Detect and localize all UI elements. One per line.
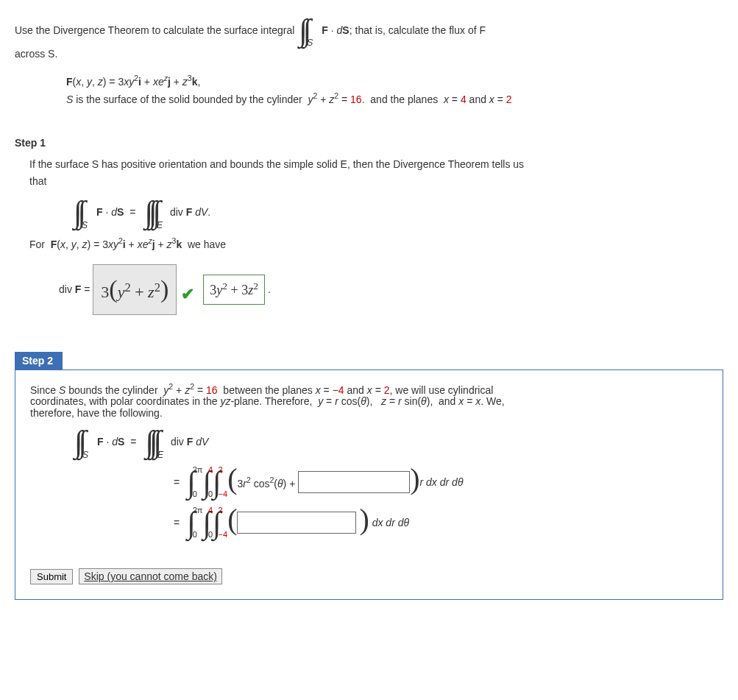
divf-label: div F = bbox=[59, 281, 93, 297]
step1-text1: If the surface S has positive orientatio… bbox=[29, 156, 723, 172]
step2-box: Since S bounds the cylinder y2 + z2 = 16… bbox=[15, 370, 723, 601]
step1-text2: that bbox=[29, 173, 723, 189]
problem-statement: Use the Divergence Theorem to calculate … bbox=[15, 15, 723, 107]
integrand1-pre: 3r2 cos2(θ) + bbox=[237, 475, 298, 489]
step1-label: Step 1 bbox=[15, 137, 723, 149]
step1-for-text: For F(x, y, z) = 3xy2i + xezj + z3k we h… bbox=[29, 235, 723, 252]
step2-plane-lo: −4 bbox=[333, 383, 344, 395]
step2-plane-hi: 2 bbox=[384, 383, 390, 395]
f-definition: F(x, y, z) = 3xy2i + xezj + z3k, bbox=[66, 72, 723, 90]
divf-answer-input[interactable]: 3(y2 + z2) bbox=[93, 264, 177, 314]
submit-button[interactable]: Submit bbox=[30, 569, 73, 584]
flux-expression: F · dS; bbox=[322, 22, 352, 38]
surface-integral-symbol: ∫∫ S bbox=[299, 15, 317, 46]
step2-text: Since S bounds the cylinder y2 + z2 = 16… bbox=[30, 382, 708, 420]
intro-text-1: Use the Divergence Theorem to calculate … bbox=[15, 22, 294, 38]
step2-eq-line2: = ∫ 2π0 ∫ 40 ∫ 2−4 ( 3r2 cos2(θ) + ) r d… bbox=[174, 464, 708, 499]
divf-correct-answer: 3y2 + 3z2 bbox=[203, 275, 265, 305]
cylinder-value: 16 bbox=[350, 93, 362, 105]
step2-eq-line3: = ∫ 2π0 ∫ 40 ∫ 2−4 ( ) dx dr dθ bbox=[174, 505, 708, 540]
step1-content: If the surface S has positive orientatio… bbox=[29, 156, 723, 314]
skip-link[interactable]: Skip (you cannot come back) bbox=[79, 568, 222, 584]
intro-text-2: that is, calculate the flux of F bbox=[355, 22, 486, 38]
blank-input-1[interactable] bbox=[298, 471, 410, 493]
step2-cylinder-val: 16 bbox=[206, 383, 218, 395]
intro-text-3: across S. bbox=[15, 46, 723, 62]
blank-input-2[interactable] bbox=[237, 512, 356, 534]
divergence-theorem-equation: ∫∫ S F · dS = ∫∫∫ E div F dV. bbox=[74, 197, 723, 227]
step2-label: Step 2 bbox=[15, 352, 63, 370]
plane-a-value: 4 bbox=[461, 93, 466, 105]
step2-eq-line1: ∫∫ S F · dS = ∫∫∫ E div F dV bbox=[74, 426, 708, 457]
checkmark-icon: ✔ bbox=[181, 281, 194, 307]
integrand2-post: dx dr dθ bbox=[369, 517, 409, 528]
s-definition: S is the surface of the solid bounded by… bbox=[66, 90, 723, 107]
integrand1-post: r dx dr dθ bbox=[420, 476, 464, 488]
plane-b-value: 2 bbox=[506, 93, 512, 105]
